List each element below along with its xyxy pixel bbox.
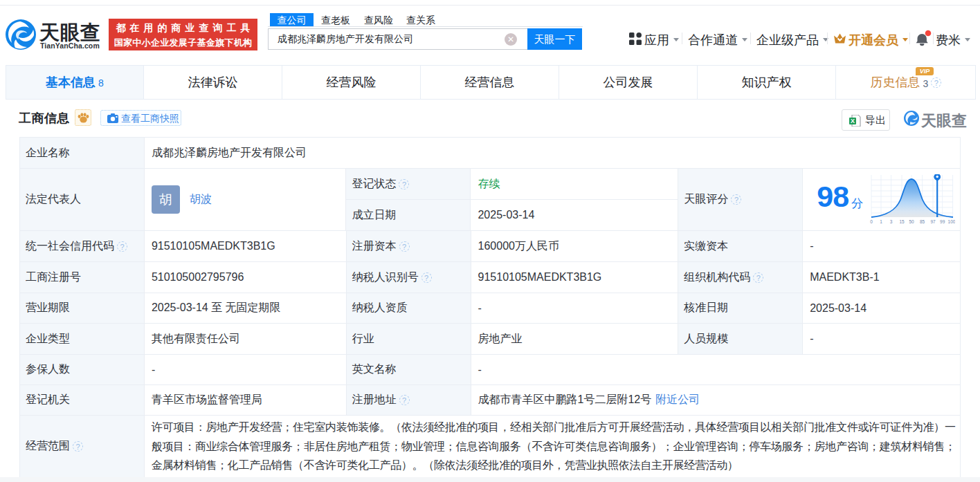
svg-text:85: 85 bbox=[920, 219, 925, 224]
svg-text:15: 15 bbox=[900, 219, 905, 224]
svg-text:3: 3 bbox=[890, 219, 893, 224]
svg-text:97: 97 bbox=[931, 219, 936, 224]
svg-text:1: 1 bbox=[880, 219, 882, 224]
svg-text:50: 50 bbox=[909, 219, 915, 224]
svg-text:0: 0 bbox=[870, 219, 873, 224]
svg-text:99: 99 bbox=[940, 219, 945, 224]
svg-text:100: 100 bbox=[948, 219, 955, 224]
svg-text:X: X bbox=[851, 118, 855, 124]
